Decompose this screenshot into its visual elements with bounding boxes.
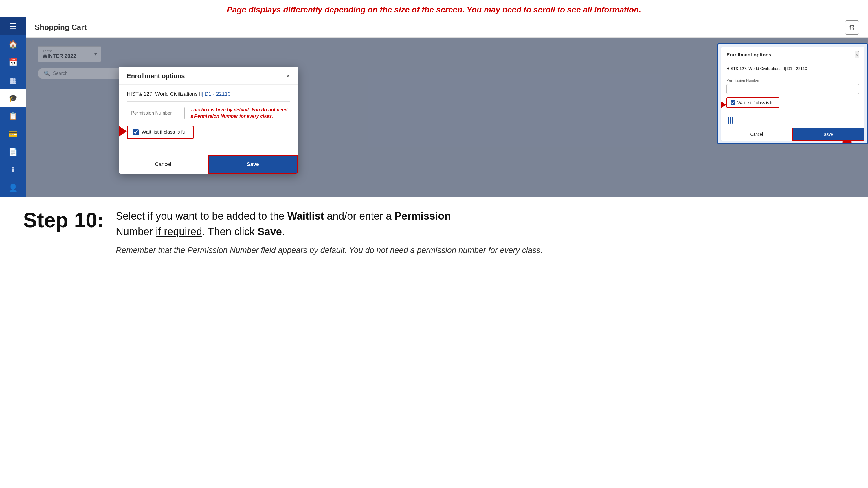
rp-cancel-button[interactable]: Cancel [721, 128, 793, 140]
rp-arrow-waitlist [721, 95, 730, 115]
main-content: Shopping Cart ⚙ Term: WINTER 2022 ▾ 🔍 [26, 18, 868, 197]
rp-waitlist-checkbox[interactable] [731, 100, 735, 105]
copy-icon: 📋 [8, 112, 18, 121]
content-area: Term: WINTER 2022 ▾ 🔍 Enrollment options… [26, 38, 868, 197]
permission-row: This box is here by default. You do not … [127, 107, 290, 120]
step-content: Select if you want to be added to the Wa… [116, 208, 845, 256]
sidebar-item-grid[interactable]: ▦ [0, 71, 26, 89]
calendar-icon: 📅 [8, 58, 18, 67]
course-name: HIST& 127: World Civilizations II [127, 91, 202, 97]
step-bold-save: Save [257, 226, 282, 237]
waitlist-row: Wait list if class is full [127, 126, 290, 139]
top-bar: Shopping Cart ⚙ [26, 18, 868, 38]
document-icon: 📄 [8, 148, 18, 157]
rp-waitlist-row: Wait list if class is full [726, 97, 779, 108]
right-panel-inner: Enrollment options × HIST& 127: World Ci… [721, 47, 864, 140]
rp-permission-input[interactable] [726, 84, 859, 94]
ui-area: ☰ 🏠 📅 ▦ 🎓 📋 💳 📄 ℹ 👤 [0, 18, 868, 197]
step-text-5: . [282, 226, 285, 237]
enrollment-modal: Enrollment options × HIST& 127: World Ci… [119, 67, 298, 173]
svg-marker-0 [119, 120, 127, 143]
sidebar-item-credit[interactable]: 💳 [0, 125, 26, 143]
permission-number-input[interactable] [127, 107, 185, 120]
sidebar-item-graduation[interactable]: 🎓 [0, 89, 26, 107]
home-icon: 🏠 [8, 40, 18, 49]
person-icon: 👤 [8, 184, 18, 192]
step-bold-waitlist: Waitlist [287, 210, 324, 222]
page-title: Shopping Cart [35, 23, 845, 32]
rp-footer: Cancel Save [721, 128, 864, 140]
rp-body: HIST& 127: World Civilizations II| D1 - … [721, 62, 864, 140]
rp-header: Enrollment options × [721, 47, 864, 62]
step-italic-text: Remember that the Permission Number fiel… [116, 244, 845, 256]
sidebar-item-info[interactable]: ℹ [0, 161, 26, 179]
rp-close-button[interactable]: × [855, 51, 859, 59]
sidebar-item-calendar[interactable]: 📅 [0, 53, 26, 71]
sidebar-item-document[interactable]: 📄 [0, 143, 26, 161]
sidebar-item-person[interactable]: 👤 [0, 179, 26, 197]
step-main-text: Select if you want to be added to the Wa… [116, 208, 845, 239]
sidebar: ☰ 🏠 📅 ▦ 🎓 📋 💳 📄 ℹ 👤 [0, 18, 26, 197]
course-section: D1 - 22110 [203, 91, 230, 97]
sidebar-hamburger[interactable]: ☰ [0, 18, 26, 35]
grid-icon: ▦ [9, 76, 17, 85]
hamburger-icon: ☰ [9, 22, 17, 31]
modal-body: HIST& 127: World Civilizations II| D1 - … [119, 85, 298, 155]
step-text-4: . Then click [202, 226, 257, 237]
arrow-to-save [289, 168, 298, 173]
rp-course: HIST& 127: World Civilizations II| D1 - … [726, 66, 859, 74]
rp-divider [726, 116, 859, 125]
step-text-1: Select if you want to be added to the [116, 210, 287, 222]
top-banner: Page displays differently depending on t… [0, 0, 868, 18]
rp-waitlist-label: Wait list if class is full [738, 100, 775, 105]
annotation-text: This box is here by default. You do not … [190, 107, 290, 120]
modal-header: Enrollment options × [119, 67, 298, 85]
bottom-section: Step 10: Select if you want to be added … [0, 197, 868, 268]
step-text-3: Number [116, 226, 156, 237]
info-icon: ℹ [11, 165, 14, 174]
sidebar-item-home[interactable]: 🏠 [0, 35, 26, 53]
step-label: Step 10: [23, 208, 104, 232]
modal-footer: Cancel Save [119, 155, 298, 173]
cancel-button[interactable]: Cancel [119, 155, 208, 173]
svg-marker-2 [721, 96, 726, 113]
waitlist-label: Wait list if class is full [142, 129, 188, 135]
step-text-2: and/or enter a [324, 210, 395, 222]
waitlist-box: Wait list if class is full [127, 126, 194, 139]
rp-permission-label: Permission Number [726, 78, 859, 83]
modal-course: HIST& 127: World Civilizations II| D1 - … [127, 91, 290, 101]
sidebar-item-copy[interactable]: 📋 [0, 107, 26, 125]
right-panel: Enrollment options × HIST& 127: World Ci… [717, 43, 868, 144]
gear-icon: ⚙ [849, 24, 855, 32]
credit-card-icon: 💳 [8, 130, 18, 138]
modal-close-button[interactable]: × [286, 73, 290, 79]
waitlist-checkbox[interactable] [133, 129, 138, 135]
rp-title: Enrollment options [726, 52, 771, 58]
step-bold-permission: Permission [395, 210, 451, 222]
save-button[interactable]: Save [208, 155, 299, 173]
step-underline: if required [156, 226, 202, 237]
banner-text: Page displays differently depending on t… [227, 5, 641, 14]
graduation-icon: 🎓 [8, 94, 18, 103]
rp-save-button[interactable]: Save [793, 128, 865, 140]
svg-marker-1 [292, 168, 298, 173]
modal-title: Enrollment options [127, 72, 185, 80]
gear-button[interactable]: ⚙ [845, 20, 859, 35]
